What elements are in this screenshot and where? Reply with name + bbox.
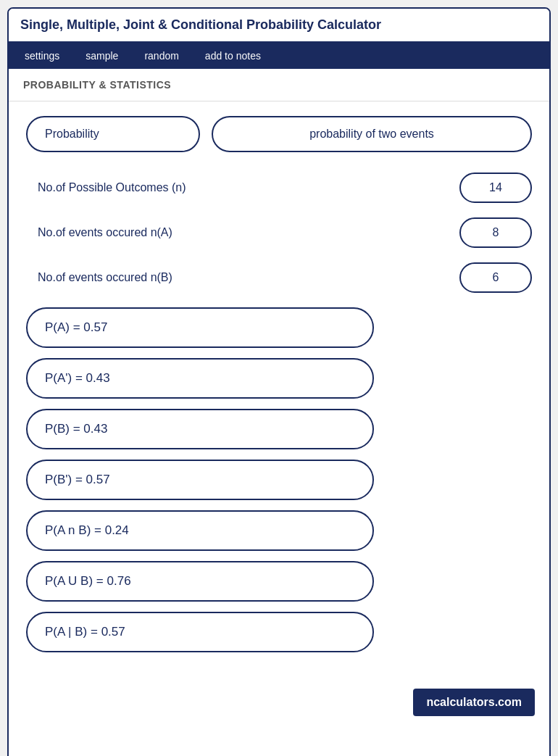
brand-label: ncalculators.com bbox=[413, 689, 535, 716]
nav-bar: settings sample random add to notes bbox=[9, 43, 549, 69]
result-pAnB: P(A n B) = 0.24 bbox=[26, 510, 374, 551]
label-n: No.of Possible Outcomes (n) bbox=[38, 180, 459, 196]
label-nA: No.of events occured n(A) bbox=[38, 225, 459, 241]
input-row-nB: No.of events occured n(B) bbox=[26, 262, 532, 293]
nav-sample[interactable]: sample bbox=[72, 43, 131, 69]
nav-random[interactable]: random bbox=[131, 43, 191, 69]
result-pB-prime: P(B') = 0.57 bbox=[26, 460, 374, 500]
result-pA: P(A) = 0.57 bbox=[26, 307, 374, 348]
nav-add-to-notes[interactable]: add to notes bbox=[192, 43, 274, 69]
input-row-n: No.of Possible Outcomes (n) bbox=[26, 173, 532, 203]
calculator-container: Single, Multiple, Joint & Conditional Pr… bbox=[7, 7, 551, 756]
result-pA-given-B: P(A | B) = 0.57 bbox=[26, 612, 374, 652]
input-nB[interactable] bbox=[459, 262, 532, 293]
event-type-selector[interactable]: probability of two events bbox=[212, 116, 532, 152]
footer-brand: ncalculators.com bbox=[9, 677, 549, 728]
input-n[interactable] bbox=[459, 173, 532, 203]
input-nA[interactable] bbox=[459, 217, 532, 248]
input-row-nA: No.of events occured n(A) bbox=[26, 217, 532, 248]
main-content: Probability probability of two events No… bbox=[9, 101, 549, 677]
probability-selector[interactable]: Probability bbox=[26, 116, 200, 152]
label-nB: No.of events occured n(B) bbox=[38, 270, 459, 286]
nav-settings[interactable]: settings bbox=[12, 43, 72, 69]
title-bar: Single, Multiple, Joint & Conditional Pr… bbox=[9, 9, 549, 43]
results-section: P(A) = 0.57 P(A') = 0.43 P(B) = 0.43 P(B… bbox=[26, 307, 532, 652]
page-title: Single, Multiple, Joint & Conditional Pr… bbox=[20, 17, 381, 32]
result-pAuB: P(A U B) = 0.76 bbox=[26, 561, 374, 602]
result-pB: P(B) = 0.43 bbox=[26, 409, 374, 449]
section-header: PROBABILITY & STATISTICS bbox=[9, 69, 549, 101]
result-pA-prime: P(A') = 0.43 bbox=[26, 358, 374, 399]
selector-row: Probability probability of two events bbox=[26, 116, 532, 152]
